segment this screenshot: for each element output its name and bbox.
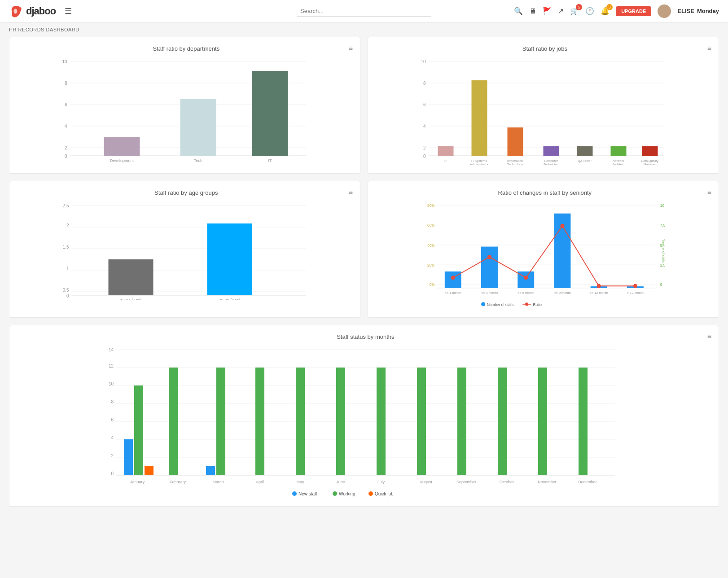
cart-icon[interactable]: 🛒5: [570, 7, 579, 15]
monthly-chart-card: Staff status by months ≡ 14 12 10 8 6 4 …: [9, 325, 719, 507]
svg-text:8: 8: [423, 81, 426, 86]
svg-point-2: [660, 13, 669, 18]
svg-rect-143: [457, 368, 466, 475]
logo-icon: [9, 4, 23, 18]
user-info: ELISE Monday: [677, 8, 719, 14]
svg-text:6: 6: [423, 102, 426, 107]
flag-icon[interactable]: 🚩: [543, 7, 552, 15]
upgrade-button[interactable]: UPGRADE: [616, 6, 651, 16]
svg-text:September: September: [456, 480, 476, 484]
svg-rect-41: [544, 146, 559, 156]
svg-text:0: 0: [111, 471, 114, 476]
user-day: Monday: [697, 8, 719, 14]
svg-rect-149: [579, 368, 588, 475]
svg-text:80%: 80%: [427, 203, 435, 208]
clock-icon[interactable]: 🕐: [585, 7, 594, 15]
logo-text: djaboo: [26, 5, 56, 17]
svg-rect-147: [538, 368, 547, 475]
svg-text:Manager: Manager: [644, 163, 656, 165]
svg-text:Tech: Tech: [194, 158, 202, 163]
svg-text:10: 10: [62, 59, 67, 64]
seniority-title: Ratio of changes in staff by seniority: [382, 189, 707, 196]
dept-ratio-header: Staff ratio by departments ≡: [17, 44, 353, 53]
svg-text:18-24 (Age): 18-24 (Age): [120, 298, 142, 300]
svg-text:8: 8: [65, 81, 67, 86]
svg-text:Number of staffs: Number of staffs: [487, 302, 514, 307]
svg-rect-17: [180, 99, 216, 156]
svg-text:30-39 (Age): 30-39 (Age): [219, 298, 241, 300]
avatar: [658, 4, 671, 18]
svg-text:4: 4: [111, 435, 114, 440]
svg-rect-130: [206, 466, 215, 475]
svg-rect-153: [368, 491, 373, 496]
jobs-ratio-header: Staff ratio by jobs ≡: [375, 44, 711, 53]
svg-text:10: 10: [109, 381, 114, 386]
share-icon[interactable]: ↗: [558, 7, 564, 15]
svg-text:0.5: 0.5: [63, 288, 69, 293]
svg-rect-87: [481, 247, 498, 288]
svg-point-100: [560, 224, 564, 228]
hamburger-menu[interactable]: ☰: [65, 6, 72, 16]
jobs-ratio-chart: 10 8 6 4 2 0 0 IT Systems Ad: [375, 57, 711, 165]
svg-text:2.5: 2.5: [63, 203, 69, 208]
svg-text:7.5: 7.5: [660, 223, 666, 228]
working-legend: Working: [339, 491, 355, 496]
cart-badge: 5: [576, 4, 582, 10]
svg-point-97: [451, 276, 455, 280]
monthly-chart: 14 12 10 8 6 4 2 0: [17, 345, 711, 498]
bell-icon[interactable]: 🔔3: [601, 7, 610, 15]
svg-point-98: [487, 255, 491, 259]
jobs-ratio-menu[interactable]: ≡: [707, 44, 711, 53]
svg-text:2.5: 2.5: [660, 263, 666, 267]
svg-text:2: 2: [66, 223, 69, 228]
age-ratio-chart: 2.5 2 1.5 1 0.5 0 18-24 (Age) 30-39 (Age…: [17, 201, 353, 300]
svg-text:Number of staffs: Number of staffs: [662, 239, 666, 263]
svg-text:Information: Information: [507, 159, 523, 162]
monthly-status-card: Staff status by months ≡ 14 12 10 8 6 4 …: [9, 325, 719, 507]
header: djaboo ☰ 🔍 🖥 🚩 ↗ 🛒5 🕐 🔔3 UPGRADE ELISE M…: [0, 0, 728, 22]
svg-text:Administrator: Administrator: [470, 163, 489, 165]
svg-text:6: 6: [111, 417, 114, 422]
svg-text:12: 12: [109, 363, 114, 368]
svg-text:QA Tester: QA Tester: [578, 159, 592, 163]
search-icon[interactable]: 🔍: [514, 7, 523, 15]
svg-text:IT Systems: IT Systems: [471, 159, 487, 163]
svg-text:Ratio: Ratio: [533, 302, 542, 307]
monitor-icon[interactable]: 🖥: [529, 7, 536, 15]
dept-ratio-menu[interactable]: ≡: [349, 44, 353, 53]
svg-rect-137: [336, 368, 345, 475]
age-ratio-menu[interactable]: ≡: [349, 188, 353, 197]
svg-text:<= 1 month: <= 1 month: [445, 291, 461, 295]
svg-rect-66: [207, 223, 252, 295]
svg-text:0: 0: [423, 154, 426, 159]
svg-point-1: [661, 7, 667, 13]
svg-point-99: [524, 276, 528, 280]
svg-text:March: March: [212, 480, 224, 484]
svg-text:> 12 month: > 12 month: [627, 291, 644, 295]
seniority-header: Ratio of changes in staff by seniority ≡: [375, 188, 711, 197]
svg-text:IT: IT: [268, 158, 272, 163]
svg-text:14: 14: [109, 347, 114, 352]
jobs-ratio-card: Staff ratio by jobs ≡ 10 8 6 4 2 0: [368, 37, 719, 174]
svg-text:40%: 40%: [427, 243, 435, 248]
svg-text:May: May: [296, 480, 304, 484]
svg-text:0%: 0%: [430, 282, 435, 287]
svg-text:<= 6 month: <= 6 month: [517, 291, 534, 295]
svg-point-106: [525, 302, 528, 306]
svg-text:Architect: Architect: [612, 163, 624, 165]
svg-text:Technology: Technology: [507, 163, 523, 165]
monthly-header: Staff status by months ≡: [17, 333, 711, 341]
svg-text:60%: 60%: [427, 223, 435, 228]
search-input[interactable]: [297, 6, 431, 17]
svg-text:<= 3 month: <= 3 month: [481, 291, 498, 295]
monthly-menu[interactable]: ≡: [707, 333, 711, 341]
seniority-menu[interactable]: ≡: [707, 188, 711, 197]
svg-rect-19: [252, 71, 288, 156]
svg-text:4: 4: [423, 124, 426, 129]
svg-rect-124: [124, 439, 133, 475]
breadcrumb: HR RECORDS DASHBOARD: [0, 22, 728, 37]
bell-badge: 3: [606, 4, 613, 10]
svg-text:Technician: Technician: [544, 163, 558, 165]
age-ratio-header: Staff ratio by age groups ≡: [17, 188, 353, 197]
svg-text:July: July: [377, 480, 385, 484]
